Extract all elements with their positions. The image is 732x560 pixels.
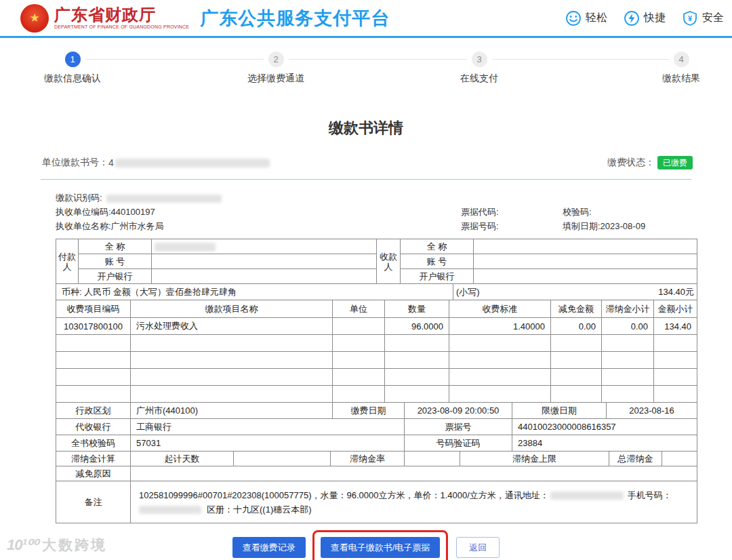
remark-table: 备注 102581099996#00701#202308(100057775)，…: [56, 481, 697, 523]
payer-account-label: 账 号: [79, 254, 152, 269]
bill-no-value: 44010023000008616357: [512, 419, 697, 435]
unit-code: 执收单位编码:440100197: [56, 207, 155, 217]
doc-number-label: 单位缴款书号：: [42, 157, 108, 169]
remark-text-2: 手机号码：: [628, 490, 672, 500]
watermark: 10¹⁰⁰ 大数跨境: [7, 536, 107, 555]
section-divider: [41, 179, 691, 180]
payee-account-label: 账 号: [401, 254, 474, 269]
status-badge: 已缴费: [657, 156, 693, 169]
payment-status-label: 缴费状态：: [607, 157, 655, 169]
page-title: 缴款书详情: [0, 118, 732, 138]
item-quantity: 96.0000: [385, 318, 449, 335]
redacted-payment-id: [106, 195, 222, 203]
bill-number-label: 票据号码:: [461, 219, 499, 233]
feature-easy: 轻松: [565, 10, 607, 26]
watermark-text: 大数跨境: [42, 536, 107, 555]
late-days-label: 起计天数: [131, 452, 234, 466]
empty-item-row: [56, 369, 697, 386]
bill-no-label: 票据号: [405, 419, 512, 435]
col-waiver-amount: 减免金额: [551, 300, 602, 318]
payee-fullname-value: [474, 239, 697, 254]
deadline-value: 2023-08-16: [607, 403, 697, 419]
redacted-payer-name: [155, 243, 216, 252]
empty-item-row: [56, 335, 697, 352]
late-fee-row: 滞纳金计算 起计天数 滞纳金率 滞纳金上限 总滞纳金: [56, 452, 697, 466]
fee-items-table: 收费项目编码 缴款项目名称 单位 数量 收费标准 减免金额 滞纳金小计 金额小计…: [56, 300, 697, 403]
redacted-address: [550, 492, 624, 500]
remark-label: 备注: [56, 481, 131, 523]
waiver-table: 减免原因: [56, 466, 697, 481]
col-unit: 单位: [333, 300, 385, 318]
fee-item-row: 103017800100 污水处理费收入 96.0000 1.40000 0.0…: [56, 318, 697, 335]
org-name-en: DEPARTMENT OF FINANCE OF GUANGDONG PROVI…: [54, 24, 189, 29]
step-indicator: 1 缴款信息确认 2 选择缴费通道 3 在线支付 4 缴款结果: [0, 52, 732, 94]
doc-meta-row: 单位缴款书号： 4 缴费状态： 已缴费: [42, 156, 693, 169]
payer-account-value: [152, 254, 377, 269]
feature-safe: ¥ 安全: [682, 10, 724, 26]
waiver-row: 减免原因: [56, 466, 697, 481]
col-item-code: 收费项目编码: [56, 300, 131, 318]
org-name-cn: 广东省财政厅: [54, 7, 189, 23]
doc-number-visible: 4: [108, 157, 114, 168]
lightning-icon: [624, 10, 640, 26]
late-total-value: [662, 452, 697, 466]
org-name-block: 广东省财政厅 DEPARTMENT OF FINANCE OF GUANGDON…: [54, 7, 189, 29]
header-features: 轻松 快捷 ¥ 安全: [565, 10, 724, 26]
payment-status-group: 缴费状态： 已缴费: [607, 156, 693, 169]
item-code: 103017800100: [56, 318, 131, 335]
currency-amount-words: 币种: 人民币 金额（大写）壹佰叁拾肆元肆角: [56, 284, 453, 300]
agent-bank-value: 工商银行: [131, 419, 405, 435]
col-late-fee-subtotal: 滞纳金小计: [602, 300, 654, 318]
late-days-value: [234, 452, 331, 466]
check-code-row: 全书校验码 57031 号码验证码 23884: [56, 435, 697, 452]
agent-bank-label: 代收银行: [56, 419, 131, 435]
remark-text-1: 102581099996#00701#202308(100057775)，水量：…: [139, 490, 549, 500]
payer-fullname-label: 全 称: [79, 239, 152, 254]
unit-name: 执收单位名称:广州市水务局: [56, 221, 164, 231]
payee-bank-value: [474, 269, 697, 284]
feature-fast: 快捷: [624, 10, 666, 26]
col-item-name: 缴款项目名称: [131, 300, 333, 318]
region-value: 广州市(440100): [131, 403, 333, 419]
doc-check-value: 57031: [131, 435, 405, 452]
view-payment-records-button[interactable]: 查看缴费记录: [232, 537, 306, 558]
late-cap-label: 滞纳金上限: [460, 452, 609, 466]
doc-number-group: 单位缴款书号： 4: [42, 157, 270, 169]
step-3-label: 在线支付: [460, 73, 498, 85]
item-name: 污水处理费收入: [131, 318, 333, 335]
step-4-circle: 4: [674, 52, 689, 67]
feature-easy-label: 轻松: [586, 11, 607, 25]
item-waiver: 0.00: [551, 318, 602, 335]
lowercase-label: (小写): [456, 286, 480, 298]
view-ebill-button[interactable]: 查看电子缴款书/电子票据: [321, 537, 441, 558]
late-rate-value: [405, 452, 460, 466]
late-total-label: 总滞纳金: [609, 452, 662, 466]
step-3-circle: 3: [472, 52, 487, 67]
late-rate-label: 滞纳金率: [331, 452, 405, 466]
step-1-payment-info: 1 缴款信息确认: [44, 52, 101, 85]
agent-bank-row: 代收银行 工商银行 票据号 44010023000008616357: [56, 419, 697, 435]
step-connector-line: [83, 59, 670, 60]
app-header: ★ 广东省财政厅 DEPARTMENT OF FINANCE OF GUANGD…: [0, 0, 732, 38]
payee-bank-label: 开户银行: [401, 269, 474, 284]
col-quantity: 数量: [385, 300, 449, 318]
payee-fullname-label: 全 称: [401, 239, 474, 254]
col-amount-subtotal: 金额小计: [654, 300, 697, 318]
amount-figures: 134.40元: [658, 286, 694, 298]
remark-value: 102581099996#00701#202308(100057775)，水量：…: [131, 481, 697, 523]
feature-fast-label: 快捷: [644, 11, 666, 25]
waiver-value: [131, 466, 697, 481]
logo-area: ★ 广东省财政厅 DEPARTMENT OF FINANCE OF GUANGD…: [20, 4, 390, 33]
payer-vertical-label: 付款人: [56, 239, 79, 284]
payment-id-label: 缴款识别码:: [56, 193, 102, 203]
deadline-label: 限缴日期: [512, 403, 607, 419]
amount-table: 币种: 人民币 金额（大写）壹佰叁拾肆元肆角 (小写) 134.40元: [56, 283, 697, 300]
unit-code-line: 执收单位编码:440100197 票据代码: 校验码:: [56, 205, 697, 219]
step-4-result: 4 缴款结果: [662, 52, 700, 85]
item-unit: [333, 318, 385, 335]
pay-date-label: 缴费日期: [333, 403, 405, 419]
amount-figures-cell: (小写) 134.40元: [453, 284, 697, 300]
back-button[interactable]: 返回: [456, 537, 500, 558]
gov-emblem-icon: ★: [20, 4, 49, 33]
fill-date: 填制日期:2023-08-09: [563, 219, 645, 233]
